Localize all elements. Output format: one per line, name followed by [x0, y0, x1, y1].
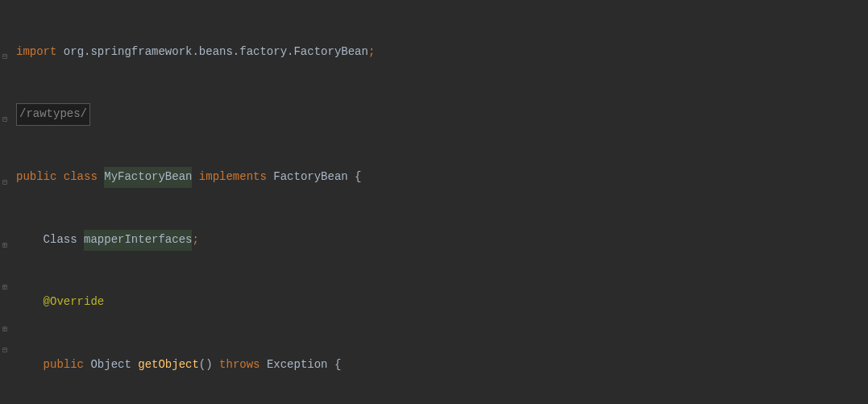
- annotation: @Override: [44, 292, 105, 313]
- keyword: class: [64, 167, 98, 188]
- fold-icon[interactable]: ⊞: [2, 281, 10, 289]
- code-line[interactable]: import org.springframework.beans.factory…: [16, 42, 868, 63]
- code-line[interactable]: public class MyFactoryBean implements Fa…: [16, 167, 868, 188]
- type: FactoryBean: [267, 167, 355, 188]
- brace: {: [355, 167, 361, 188]
- editor-gutter: ⊟ ⊟ ⊟ ⊞ ⊞ ⊞ ⊟: [0, 0, 16, 404]
- keyword: import: [16, 42, 56, 63]
- type: Class: [44, 230, 84, 251]
- keyword: public: [16, 167, 64, 188]
- type: Object: [90, 355, 138, 376]
- folded-comment[interactable]: /rawtypes/: [16, 103, 90, 126]
- code-line[interactable]: /rawtypes/: [16, 104, 868, 125]
- package-path: org.springframework.beans.factory.Factor…: [56, 42, 368, 63]
- fold-icon[interactable]: ⊞: [2, 323, 10, 331]
- class-name: MyFactoryBean: [104, 167, 192, 188]
- code-line[interactable]: Class mapperInterfaces;: [16, 230, 868, 251]
- type: Exception: [260, 355, 334, 376]
- code-editor[interactable]: import org.springframework.beans.factory…: [0, 0, 868, 404]
- fold-icon[interactable]: ⊞: [2, 239, 10, 247]
- fold-icon[interactable]: ⊟: [2, 50, 10, 58]
- fold-icon[interactable]: ⊟: [2, 176, 10, 184]
- method-name: getObject: [138, 355, 199, 376]
- fold-icon[interactable]: ⊟: [2, 113, 10, 121]
- code-line[interactable]: @Override: [16, 292, 868, 313]
- code-line[interactable]: public Object getObject() throws Excepti…: [16, 355, 868, 376]
- fold-icon[interactable]: ⊟: [2, 344, 10, 352]
- brace: {: [334, 355, 341, 376]
- keyword: implements: [192, 167, 266, 188]
- keyword: throws: [219, 355, 260, 376]
- semicolon: ;: [192, 230, 198, 251]
- keyword: public: [44, 355, 91, 376]
- field: mapperInterfaces: [84, 230, 192, 251]
- semicolon: ;: [368, 42, 375, 63]
